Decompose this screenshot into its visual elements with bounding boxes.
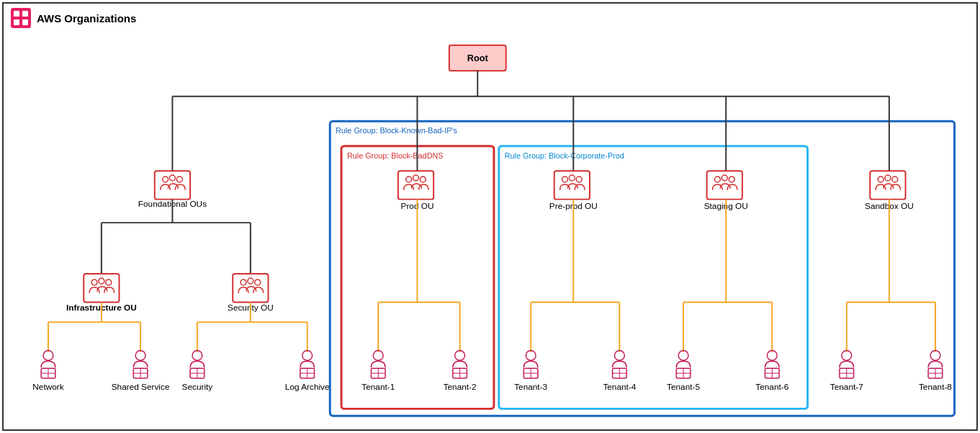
svg-point-46 bbox=[569, 175, 575, 181]
svg-point-9 bbox=[91, 280, 97, 285]
tenant3-label: Tenant-3 bbox=[514, 382, 547, 392]
svg-point-7 bbox=[176, 177, 182, 182]
tenant2-label: Tenant-2 bbox=[444, 382, 477, 392]
tenant4-node: Tenant-4 bbox=[603, 351, 636, 392]
tenant5-label: Tenant-5 bbox=[667, 382, 700, 392]
svg-rect-1 bbox=[22, 11, 28, 17]
network-label: Network bbox=[32, 382, 63, 392]
diagram-svg: Rule Group: Block-Known-Bad-IP's Rule Gr… bbox=[4, 32, 976, 427]
svg-point-69 bbox=[878, 177, 884, 182]
tenant8-label: Tenant-8 bbox=[919, 382, 952, 392]
shared-service-label: Shared Service bbox=[112, 382, 170, 392]
svg-point-48 bbox=[526, 351, 536, 361]
security-account-label: Security bbox=[182, 382, 213, 392]
svg-point-72 bbox=[842, 351, 852, 361]
svg-point-15 bbox=[255, 280, 261, 285]
header-title: AWS Organizations bbox=[37, 12, 136, 24]
log-archive-node: Log Archive bbox=[285, 351, 330, 392]
svg-point-6 bbox=[170, 175, 176, 181]
svg-point-76 bbox=[930, 351, 940, 361]
border-block-known-bad-ip bbox=[330, 121, 954, 416]
svg-point-59 bbox=[729, 177, 734, 182]
svg-point-24 bbox=[192, 351, 202, 361]
network-node: Network bbox=[32, 351, 63, 392]
tenant1-node: Tenant-1 bbox=[361, 351, 395, 392]
tenant5-node: Tenant-5 bbox=[667, 351, 700, 392]
tenant7-node: Tenant-7 bbox=[830, 351, 863, 392]
svg-point-64 bbox=[767, 351, 777, 361]
svg-point-71 bbox=[892, 177, 898, 182]
svg-point-58 bbox=[721, 175, 727, 181]
border-block-corporate-prod bbox=[499, 146, 808, 409]
svg-point-28 bbox=[302, 351, 313, 361]
svg-point-20 bbox=[135, 351, 145, 361]
tenant4-label: Tenant-4 bbox=[603, 382, 636, 392]
aws-logo bbox=[11, 8, 31, 28]
svg-point-70 bbox=[885, 175, 891, 181]
tenant8-node: Tenant-8 bbox=[919, 351, 952, 392]
label-block-bad-dns: Rule Group: Block-BadDNS bbox=[347, 151, 444, 160]
svg-point-35 bbox=[420, 177, 426, 182]
svg-rect-3 bbox=[22, 19, 28, 25]
main-container: AWS Organizations Rule Group: Block-Know… bbox=[2, 2, 978, 431]
label-block-known-bad-ip: Rule Group: Block-Known-Bad-IP's bbox=[336, 126, 457, 135]
security-account-node: Security bbox=[182, 351, 213, 392]
svg-point-11 bbox=[106, 280, 112, 285]
svg-rect-2 bbox=[14, 19, 19, 25]
svg-point-52 bbox=[614, 351, 624, 361]
svg-point-45 bbox=[562, 177, 568, 182]
svg-point-10 bbox=[99, 278, 104, 284]
svg-point-34 bbox=[413, 175, 419, 181]
shared-service-node: Shared Service bbox=[112, 351, 170, 392]
svg-point-33 bbox=[406, 177, 412, 182]
tenant1-label: Tenant-1 bbox=[361, 382, 395, 392]
svg-point-60 bbox=[678, 351, 688, 361]
svg-point-5 bbox=[163, 177, 168, 182]
svg-point-14 bbox=[248, 278, 253, 284]
svg-point-40 bbox=[455, 351, 465, 361]
svg-rect-0 bbox=[14, 11, 19, 17]
header: AWS Organizations bbox=[4, 4, 976, 32]
log-archive-label: Log Archive bbox=[285, 382, 330, 392]
diagram-area: Rule Group: Block-Known-Bad-IP's Rule Gr… bbox=[4, 32, 976, 427]
svg-point-36 bbox=[373, 351, 383, 361]
tenant2-node: Tenant-2 bbox=[444, 351, 477, 392]
svg-point-47 bbox=[576, 177, 582, 182]
svg-point-13 bbox=[240, 280, 246, 285]
svg-point-16 bbox=[43, 351, 53, 361]
tenant6-label: Tenant-6 bbox=[755, 382, 788, 392]
tenant3-node: Tenant-3 bbox=[514, 351, 547, 392]
label-block-corporate-prod: Rule Group: Block-Corporate-Prod bbox=[505, 151, 624, 160]
svg-point-57 bbox=[714, 177, 720, 182]
tenant7-label: Tenant-7 bbox=[830, 382, 863, 392]
root-label: Root bbox=[467, 53, 489, 63]
prod-ou-node: Prod OU bbox=[398, 171, 434, 211]
tenant6-node: Tenant-6 bbox=[755, 351, 788, 392]
